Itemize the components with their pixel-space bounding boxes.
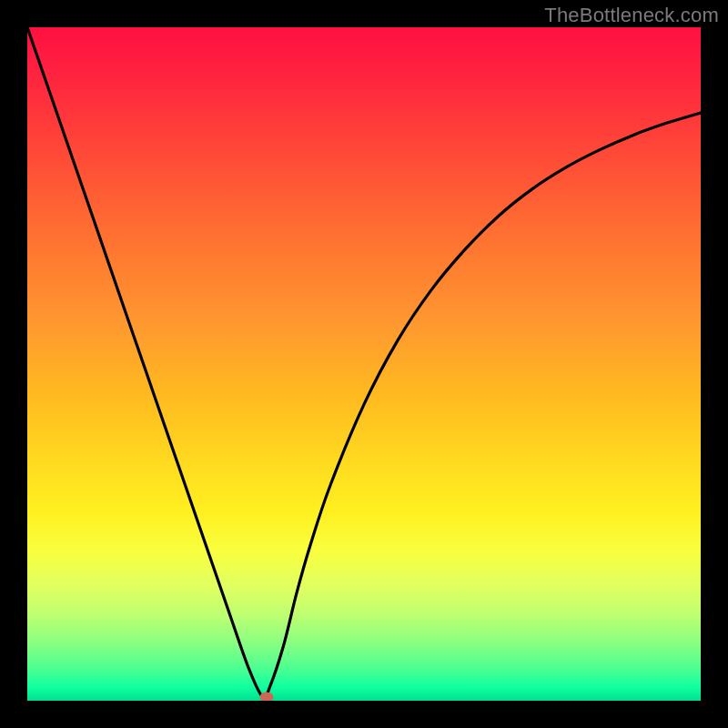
plot-area xyxy=(27,27,701,701)
bottleneck-curve xyxy=(27,27,701,701)
minimum-marker xyxy=(259,693,273,701)
watermark-text: TheBottleneck.com xyxy=(544,4,719,27)
chart-frame: TheBottleneck.com xyxy=(0,0,728,728)
